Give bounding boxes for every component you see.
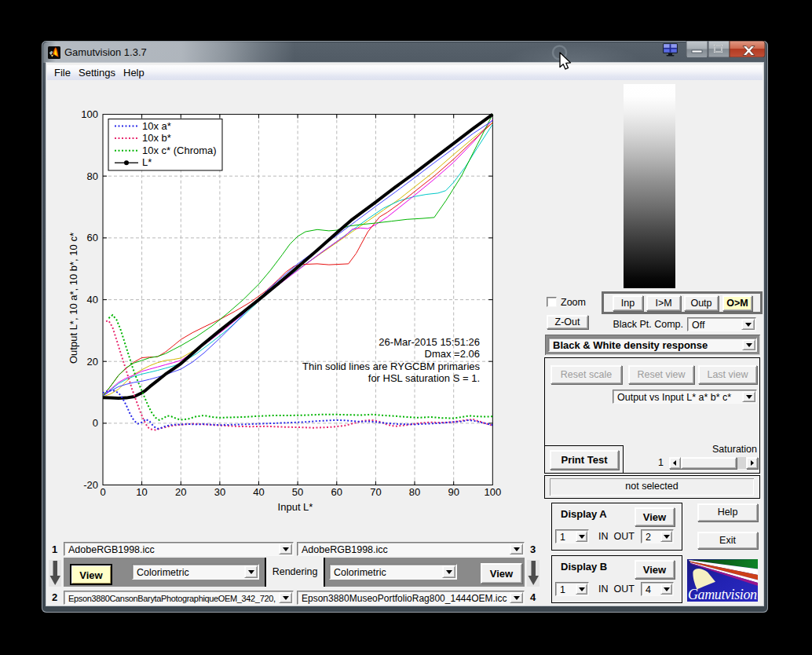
svg-text:70: 70 <box>370 486 381 498</box>
svg-text:-20: -20 <box>83 479 98 491</box>
svg-text:Thin solid lines are RYGCBM pr: Thin solid lines are RYGCBM primaries <box>302 360 480 372</box>
svg-text:10x b*: 10x b* <box>142 132 171 144</box>
svg-text:100: 100 <box>484 486 501 498</box>
svg-text:40: 40 <box>253 486 264 498</box>
svg-text:60: 60 <box>331 486 342 498</box>
svg-text:60: 60 <box>87 232 98 243</box>
svg-text:L*: L* <box>142 156 152 168</box>
svg-text:Output L*, 10 a*, 10 b*, 10 c*: Output L*, 10 a*, 10 b*, 10 c* <box>68 232 79 364</box>
svg-text:0: 0 <box>93 417 98 429</box>
svg-text:26-Mar-2015 15:51:26: 26-Mar-2015 15:51:26 <box>379 336 480 348</box>
svg-text:20: 20 <box>87 356 98 368</box>
svg-text:Input L*: Input L* <box>278 501 313 513</box>
svg-text:for HSL saturation S = 1.: for HSL saturation S = 1. <box>368 372 480 384</box>
svg-text:10x a*: 10x a* <box>142 120 171 132</box>
svg-text:10: 10 <box>136 486 147 498</box>
svg-text:20: 20 <box>175 486 186 498</box>
svg-text:Gamutvision: Gamutvision <box>688 587 757 602</box>
svg-text:100: 100 <box>81 108 98 120</box>
svg-text:50: 50 <box>292 486 303 498</box>
svg-text:80: 80 <box>409 486 420 498</box>
svg-text:Dmax =2.06: Dmax =2.06 <box>425 348 480 360</box>
svg-text:40: 40 <box>87 294 98 306</box>
svg-text:0: 0 <box>100 486 105 498</box>
svg-text:10x c* (Chroma): 10x c* (Chroma) <box>142 145 217 156</box>
svg-text:90: 90 <box>448 486 459 498</box>
svg-text:30: 30 <box>214 486 225 498</box>
svg-text:80: 80 <box>87 170 98 182</box>
